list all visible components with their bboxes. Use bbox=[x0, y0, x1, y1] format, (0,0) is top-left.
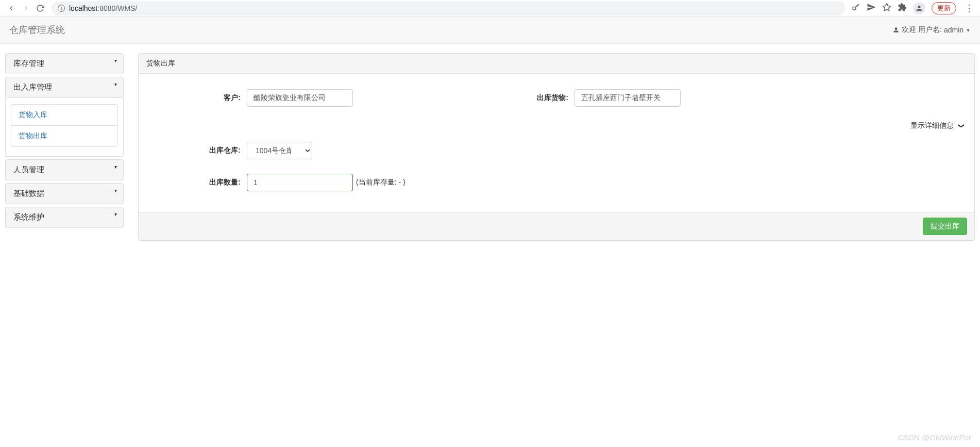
main-container: 库存管理 ▾ 出入库管理 ▾ 货物入库 货物出库 人员管理 ▾ 基础数据 ▾ 系… bbox=[0, 44, 980, 241]
extensions-icon[interactable] bbox=[898, 3, 907, 13]
sidebar-item-label: 基础数据 bbox=[13, 189, 44, 197]
svg-marker-4 bbox=[883, 4, 891, 11]
profile-icon[interactable] bbox=[913, 2, 925, 14]
panel-footer: 提交出库 bbox=[139, 212, 974, 240]
menu-icon[interactable]: ⋮ bbox=[962, 3, 976, 14]
sidebar-item-label: 出入库管理 bbox=[13, 82, 52, 91]
reload-button[interactable] bbox=[33, 1, 47, 15]
chevron-down-icon: ❯ bbox=[958, 123, 965, 128]
star-icon[interactable] bbox=[882, 3, 891, 13]
sidebar-item-inventory[interactable]: 库存管理 ▾ bbox=[5, 53, 124, 74]
sidebar-item-system[interactable]: 系统维护 ▾ bbox=[5, 207, 124, 228]
panel-title: 货物出库 bbox=[139, 54, 974, 74]
goods-label: 出库货物: bbox=[508, 93, 575, 103]
sidebar-subitem-inbound[interactable]: 货物入库 bbox=[11, 105, 117, 126]
details-toggle[interactable]: 显示详细信息 ❯ bbox=[149, 121, 964, 130]
sidebar-item-basedata[interactable]: 基础数据 ▾ bbox=[5, 183, 124, 204]
welcome-text: 欢迎 bbox=[902, 25, 916, 35]
sidebar-item-inout[interactable]: 出入库管理 ▾ bbox=[5, 77, 124, 98]
browser-actions: 更新 ⋮ bbox=[851, 2, 976, 14]
site-info-icon[interactable]: i bbox=[58, 5, 65, 12]
sidebar-item-label: 库存管理 bbox=[13, 59, 44, 68]
warehouse-select[interactable]: 1004号仓库 bbox=[247, 142, 312, 159]
svg-line-3 bbox=[857, 6, 858, 7]
goods-input[interactable] bbox=[575, 89, 681, 107]
panel-body: 客户: 出库货物: 显示详细信息 ❯ 出库仓库: bbox=[139, 74, 974, 212]
svg-point-0 bbox=[853, 7, 856, 10]
forward-button[interactable] bbox=[19, 1, 33, 15]
sidebar-submenu-inout: 货物入库 货物出库 bbox=[5, 98, 124, 157]
main-content: 货物出库 客户: 出库货物: 显示详细信息 ❯ bbox=[138, 53, 975, 241]
customer-label: 客户: bbox=[180, 93, 247, 103]
username-value: admin bbox=[944, 26, 964, 34]
caret-down-icon: ▼ bbox=[966, 27, 971, 33]
caret-down-icon: ▾ bbox=[114, 188, 117, 193]
address-bar[interactable]: i localhost:8080/WMS/ bbox=[52, 1, 845, 15]
user-icon bbox=[892, 26, 900, 34]
caret-down-icon: ▾ bbox=[114, 81, 117, 87]
qty-input[interactable] bbox=[247, 174, 353, 191]
warehouse-label: 出库仓库: bbox=[180, 146, 247, 155]
app-title: 仓库管理系统 bbox=[9, 24, 65, 36]
details-toggle-label: 显示详细信息 bbox=[910, 121, 954, 129]
customer-input[interactable] bbox=[247, 89, 353, 107]
user-menu[interactable]: 欢迎 用户名:admin ▼ bbox=[892, 25, 971, 35]
sidebar-item-label: 人员管理 bbox=[13, 165, 44, 174]
sidebar-item-personnel[interactable]: 人员管理 ▾ bbox=[5, 159, 124, 180]
sidebar: 库存管理 ▾ 出入库管理 ▾ 货物入库 货物出库 人员管理 ▾ 基础数据 ▾ 系… bbox=[5, 53, 124, 241]
caret-down-icon: ▾ bbox=[114, 164, 117, 170]
caret-down-icon: ▾ bbox=[114, 58, 117, 63]
url-path: :8080/WMS/ bbox=[97, 4, 137, 12]
back-button[interactable] bbox=[4, 1, 19, 15]
submit-button[interactable]: 提交出库 bbox=[923, 218, 967, 235]
outbound-panel: 货物出库 客户: 出库货物: 显示详细信息 ❯ bbox=[138, 53, 975, 241]
svg-line-2 bbox=[858, 5, 859, 6]
stock-hint: (当前库存量: - ) bbox=[356, 178, 405, 187]
caret-down-icon: ▾ bbox=[114, 211, 117, 217]
send-icon[interactable] bbox=[867, 3, 876, 13]
key-icon[interactable] bbox=[851, 3, 860, 13]
sidebar-item-label: 系统维护 bbox=[13, 212, 44, 221]
update-button[interactable]: 更新 bbox=[932, 2, 956, 14]
url-host: localhost bbox=[69, 4, 97, 12]
browser-toolbar: i localhost:8080/WMS/ 更新 ⋮ bbox=[0, 0, 980, 16]
qty-label: 出库数量: bbox=[180, 178, 247, 187]
username-label: 用户名: bbox=[918, 25, 942, 35]
sidebar-subitem-outbound[interactable]: 货物出库 bbox=[11, 126, 117, 146]
app-header: 仓库管理系统 欢迎 用户名:admin ▼ bbox=[0, 16, 980, 44]
